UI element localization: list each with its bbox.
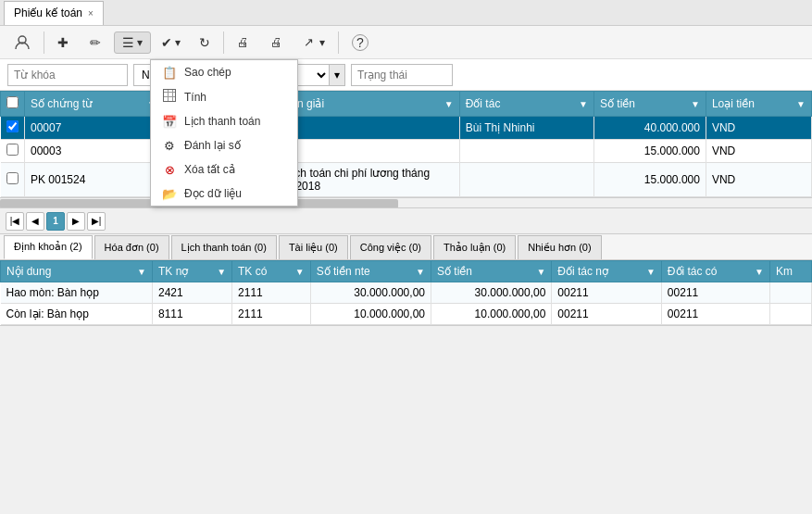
row-km [769, 282, 811, 304]
bottom-tab-1[interactable]: Hóa đơn (0) [94, 235, 169, 259]
dropdown-item-icon-0: 📋 [162, 65, 177, 80]
main-table-row[interactable]: 00007 h lý Bùi Thị Nhinhi 40.000.000 VND [1, 117, 812, 140]
user-select-dropdown-btn[interactable]: ▾ [329, 65, 344, 85]
tab-bar: Phiếu kế toán × [0, 0, 812, 26]
row-checkbox-cell [1, 117, 25, 140]
check-button[interactable]: ✔ ▾ [153, 31, 189, 54]
pagination: |◀ ◀ 1 ▶ ▶| [0, 208, 812, 234]
row-so-chung-tu: PK 001524 [25, 163, 163, 197]
row-doi-tac: Bùi Thị Nhinhi [459, 117, 593, 140]
person-icon-btn[interactable] [6, 31, 39, 55]
row-dien-giai: h lý [274, 117, 459, 140]
bottom-tab-2[interactable]: Lịch thanh toán (0) [171, 235, 277, 259]
row-so-tien-nte: 10.000.000,00 [310, 304, 431, 325]
row-tk-no: 2421 [152, 282, 231, 304]
filter-dien-giai-icon[interactable]: ▼ [444, 99, 454, 109]
bottom-tabs: Định khoản (2)Hóa đơn (0)Lịch thanh toán… [0, 234, 812, 260]
bottom-tab-4[interactable]: Công việc (0) [350, 235, 431, 259]
filter-so-tien-b-icon[interactable]: ▼ [536, 267, 545, 277]
row-doi-tac [459, 140, 593, 163]
dropdown-item-5[interactable]: 📂 Đọc dữ liệu [151, 182, 297, 206]
row-loai-tien: VND [706, 163, 811, 197]
export-button[interactable]: ↗ ▾ [295, 31, 333, 53]
filter-doi-tac-no-icon[interactable]: ▼ [646, 267, 656, 277]
main-scrollbar[interactable] [0, 197, 812, 208]
refresh-button[interactable]: ↻ [191, 31, 219, 54]
separator-1 [44, 31, 44, 54]
printer-view-icon: 🖨 [237, 35, 249, 49]
row-so-tien: 15.000.000 [594, 140, 706, 163]
dropdown-item-1[interactable]: Tính [151, 84, 297, 109]
bottom-tab-3[interactable]: Tài liệu (0) [279, 235, 348, 259]
row-checkbox-cell [1, 140, 25, 163]
add-button[interactable]: ✚ [49, 31, 80, 54]
dropdown-item-0[interactable]: 📋 Sao chép [151, 60, 297, 84]
filter-noi-dung-icon[interactable]: ▼ [137, 267, 146, 277]
col-doi-tac: Đối tác ▼ [459, 92, 593, 117]
dropdown-item-2[interactable]: 📅 Lịch thanh toán [151, 109, 297, 133]
dropdown-item-3[interactable]: ⚙ Đánh lại số [151, 133, 297, 157]
page-first-btn[interactable]: |◀ [6, 212, 24, 231]
bottom-tab-0[interactable]: Định khoản (2) [4, 235, 93, 259]
keyword-input[interactable] [7, 64, 128, 86]
row-checkbox[interactable] [6, 172, 19, 184]
main-table-row[interactable]: 00003 h lý 15.000.000 VND [1, 140, 812, 163]
page-next-btn[interactable]: ▶ [67, 212, 85, 231]
separator-2 [223, 31, 224, 54]
col-loai-tien: Loại tiền ▼ [706, 92, 811, 117]
bottom-tab-6[interactable]: Nhiều hơn (0) [518, 235, 601, 259]
row-so-tien-nte: 30.000.000,00 [310, 282, 431, 304]
filter-bar: Người sử dụng ▾ [0, 59, 812, 91]
bottom-table-wrap: Nội dung▼ TK nợ▼ TK có▼ Số tiền nte▼ Số … [0, 260, 812, 325]
row-so-tien: 40.000.000 [594, 117, 706, 140]
row-checkbox[interactable] [6, 144, 19, 156]
col-so-chung-tu: Số chứng từ ▼ [25, 92, 163, 117]
row-tk-co: 2111 [232, 282, 311, 304]
check-icon: ✔ [161, 35, 172, 50]
help-icon: ? [352, 34, 369, 51]
col-tk-no: TK nợ▼ [152, 261, 231, 282]
col-so-tien-nte: Số tiền nte▼ [310, 261, 431, 282]
main-table-header-row: Số chứng từ ▼ Ngày ▼ Diễn giải ▼ [1, 92, 812, 117]
bottom-table-row[interactable]: Hao mòn: Bàn họp 2421 2111 30.000.000,00… [1, 282, 812, 304]
main-table-row[interactable]: PK 001524 15/04/2018 Hạch toán chi phí l… [1, 163, 812, 197]
filter-tk-no-icon[interactable]: ▼ [217, 267, 226, 277]
tab-phieu-ke-toan[interactable]: Phiếu kế toán × [4, 1, 104, 25]
filter-loai-tien-icon[interactable]: ▼ [796, 99, 806, 109]
help-button[interactable]: ? [344, 31, 377, 55]
dropdown-item-4[interactable]: ⊗ Xóa tất cả [151, 157, 297, 182]
row-checkbox-cell [1, 163, 25, 197]
export-icon: ↗ [304, 35, 314, 49]
row-doi-tac-co: 00211 [661, 304, 769, 325]
row-checkbox[interactable] [6, 120, 19, 132]
edit-button[interactable]: ✏ [81, 31, 112, 54]
filter-so-tien-nte-icon[interactable]: ▼ [416, 267, 425, 277]
bottom-table-header-row: Nội dung▼ TK nợ▼ TK có▼ Số tiền nte▼ Số … [1, 261, 812, 282]
page-current-btn[interactable]: 1 [46, 212, 65, 231]
main-table-body: 00007 h lý Bùi Thị Nhinhi 40.000.000 VND… [1, 117, 812, 197]
tab-close-icon[interactable]: × [88, 8, 94, 19]
filter-doi-tac-icon[interactable]: ▼ [579, 99, 588, 109]
bottom-scrollbar[interactable] [0, 325, 812, 336]
bottom-tab-5[interactable]: Thảo luận (0) [433, 235, 516, 259]
main-table-wrap: Số chứng từ ▼ Ngày ▼ Diễn giải ▼ [0, 91, 812, 197]
select-all-checkbox[interactable] [6, 96, 19, 108]
dropdown-item-icon-5: 📂 [162, 186, 177, 201]
print-button[interactable]: 🖨 [262, 31, 294, 53]
page-last-btn[interactable]: ▶| [87, 212, 106, 231]
row-doi-tac-no: 00211 [552, 282, 662, 304]
menu-button[interactable]: ☰ ▾ [114, 31, 151, 54]
view-button[interactable]: 🖨 [229, 31, 260, 53]
col-noi-dung: Nội dung▼ [1, 261, 153, 282]
separator-3 [338, 31, 339, 54]
toolbar: ✚ ✏ ☰ ▾ ✔ ▾ ↻ 🖨 🖨 ↗ ▾ ? [0, 26, 812, 59]
col-doi-tac-no: Đối tác nợ▼ [552, 261, 662, 282]
status-input[interactable] [351, 64, 453, 86]
filter-tk-co-icon[interactable]: ▼ [295, 267, 305, 277]
page-prev-btn[interactable]: ◀ [26, 212, 44, 231]
filter-doi-tac-co-icon[interactable]: ▼ [755, 267, 764, 277]
filter-so-tien-icon[interactable]: ▼ [691, 99, 700, 109]
col-so-tien: Số tiền ▼ [594, 92, 706, 117]
bottom-table-row[interactable]: Còn lại: Bàn họp 8111 2111 10.000.000,00… [1, 304, 812, 325]
refresh-icon: ↻ [199, 35, 210, 50]
